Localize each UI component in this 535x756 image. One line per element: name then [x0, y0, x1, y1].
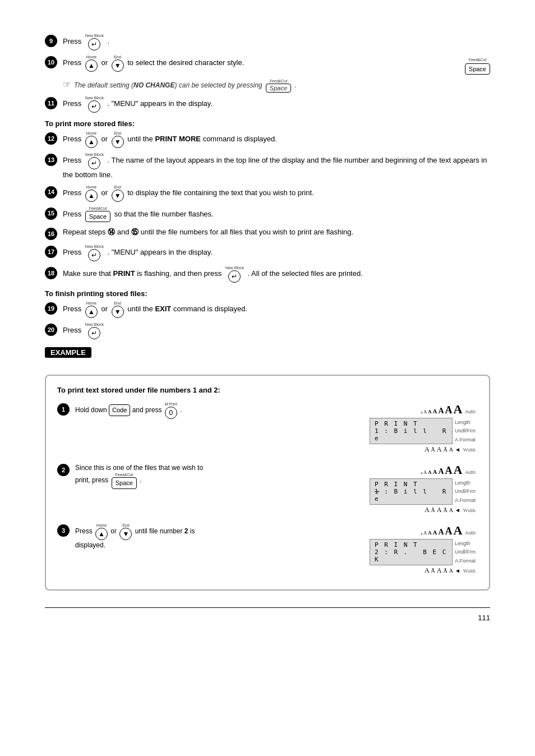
lcd-screen-1: P R I N T 1 : B i l l R e — [370, 418, 453, 444]
step-16: 16 Repeat steps ⑭ and ⑮ until the file n… — [45, 227, 490, 240]
section-finish-header: To finish printing stored files: — [45, 289, 490, 298]
step-10-note: ☞ The default setting (NO CHANGE) can be… — [63, 79, 490, 93]
step-num-16: 16 — [45, 228, 57, 240]
enter-key-18[interactable]: New Block ↵ — [225, 266, 244, 283]
down-arrow-3[interactable]: ▼ — [119, 528, 132, 540]
space-rect-15[interactable]: Space — [85, 211, 110, 223]
enter-circle-13[interactable]: ↵ — [88, 157, 100, 169]
step-9-content: Press New Block ↵ . — [63, 34, 490, 50]
step-17-content: Press New Block ↵ . "MENU" appears in th… — [63, 245, 490, 261]
key-top-home-10: Home — [86, 55, 97, 59]
example-display-2: a A A A A A A Auto P R I N T 1 : B i l l… — [209, 463, 478, 514]
example-step-3-text: 3 Press Home ▲ or End ▼ until file numbe… — [57, 523, 209, 550]
lcd-area-2: P R I N T 1 : B i l l R e Length Undl/Fr… — [370, 478, 476, 505]
page-number: 111 — [45, 607, 490, 622]
key-down-14[interactable]: End ▼ — [112, 185, 124, 202]
lcd-line1-1: P R I N T — [375, 420, 448, 427]
step-12: 12 Press Home ▲ or End ▼ until the PRINT… — [45, 131, 490, 148]
font-size-bar-1: a A A A A A A Auto — [421, 402, 476, 417]
key-up-14[interactable]: Home ▲ — [85, 185, 98, 202]
enter-key-9[interactable]: ↵ — [88, 38, 100, 50]
bottom-indicators-1: A Ā A Ā A ◄ Width — [425, 445, 476, 454]
space-key-15[interactable]: Feed&Cut Space — [85, 206, 110, 223]
step-num-18: 18 — [45, 267, 57, 279]
enter-key-17[interactable]: New Block ↵ — [85, 245, 104, 261]
lcd-area-1: P R I N T 1 : B i l l R e Length Undl/Fr… — [370, 418, 476, 444]
enter-circle-17[interactable]: ↵ — [88, 249, 100, 261]
step-20-content: Press New Block ↵ — [63, 322, 490, 339]
example-display-1: a A A A A A A Auto P R I N T 1 : B i l l… — [209, 402, 478, 454]
example-step-2-text: 2 Since this is one of the files that we… — [57, 463, 209, 489]
step-num-11: 11 — [45, 97, 57, 109]
down-arrow-10[interactable]: ▼ — [112, 59, 124, 72]
note-icon: ☞ — [63, 79, 71, 90]
key-top-home-14: Home — [86, 185, 97, 189]
step-19: 19 Press Home ▲ or End ▼ until the EXIT … — [45, 301, 490, 318]
mprint-key-1[interactable]: M:Print 0 — [165, 402, 177, 419]
zero-key[interactable]: 0 — [165, 407, 177, 419]
up-arrow-14[interactable]: ▲ — [85, 190, 98, 202]
key-top-new-block-17: New Block — [85, 245, 104, 248]
font-size-bar-3: a A A A A A A Auto — [421, 523, 476, 538]
lcd-line2-2: 1 : B i l l R e — [375, 488, 448, 503]
step-num-12: 12 — [45, 132, 57, 145]
example-step-num-3: 3 — [57, 524, 70, 537]
key-up-3[interactable]: Home ▲ — [95, 523, 108, 540]
key-down-10[interactable]: End ▼ — [112, 55, 124, 72]
up-arrow-12[interactable]: ▲ — [85, 136, 98, 148]
lcd-line2-3: 2 : R . B E C K — [375, 548, 448, 563]
down-arrow-12[interactable]: ▼ — [112, 136, 124, 148]
key-top-home-12: Home — [86, 131, 97, 135]
lcd-screen-2: P R I N T 1 : B i l l R e — [370, 478, 453, 505]
enter-circle-20[interactable]: ↵ — [88, 327, 100, 339]
space-rect-2[interactable]: Space — [112, 477, 137, 489]
space-key-2[interactable]: Feed&Cut Space — [112, 473, 137, 489]
enter-circle-18[interactable]: ↵ — [228, 270, 241, 283]
key-top-feedcut-15: Feed&Cut — [89, 206, 107, 210]
enter-key-20[interactable]: New Block ↵ — [85, 322, 104, 339]
step-num-9: 9 — [45, 35, 57, 47]
lcd-screen-3: P R I N T 2 : R . B E C K — [370, 539, 453, 565]
key-up-12[interactable]: Home ▲ — [85, 131, 98, 148]
code-key-1[interactable]: Code — [109, 404, 130, 416]
down-arrow-19[interactable]: ▼ — [112, 306, 124, 318]
enter-circle-11[interactable]: ↵ — [88, 100, 100, 113]
side-labels-3: Length Undl/Frm A.Format — [455, 539, 476, 565]
key-top-end-19: End — [114, 301, 121, 305]
key-top-end-10: End — [114, 55, 121, 59]
step-14: 14 Press Home ▲ or End ▼ to display the … — [45, 185, 490, 202]
bottom-indicators-2: A Ā A Ā A ◄ Width — [425, 506, 476, 514]
step-16-content: Repeat steps ⑭ and ⑮ until the file numb… — [63, 227, 490, 238]
feedcut-label-top: Feed&Cut — [469, 57, 487, 63]
key-down-3[interactable]: End ▼ — [119, 523, 132, 540]
up-arrow-3[interactable]: ▲ — [95, 528, 108, 540]
enter-key-13[interactable]: New Block ↵ — [85, 153, 104, 169]
step-13: 13 Press New Block ↵ . The name of the l… — [45, 153, 490, 181]
down-arrow-14[interactable]: ▼ — [112, 190, 124, 202]
key-up-19[interactable]: Home ▲ — [85, 301, 98, 318]
up-arrow-19[interactable]: ▲ — [85, 306, 98, 318]
step-10: 10 Press Home ▲ or End ▼ to select the d… — [45, 55, 490, 75]
key-top-new-block-18: New Block — [225, 266, 244, 270]
space-key-inline[interactable]: Feed&Cut Space — [266, 79, 291, 93]
example-step-3-content: Press Home ▲ or End ▼ until file number … — [75, 523, 209, 550]
section-print-more-header: To print more stored files: — [45, 119, 490, 128]
space-key-note[interactable]: Space — [465, 63, 490, 75]
step-18-content: Make sure that PRINT is flashing, and th… — [63, 266, 490, 283]
space-key-circle-inline[interactable]: Space — [266, 84, 291, 93]
step-num-17: 17 — [45, 246, 57, 258]
enter-key-11[interactable]: New Block ↵ — [85, 96, 104, 113]
mprint-top: M:Print — [165, 402, 177, 406]
feedcut-key-top-inline: Feed&Cut — [270, 79, 288, 83]
step-19-content: Press Home ▲ or End ▼ until the EXIT com… — [63, 301, 490, 318]
font-size-bar-2: a A A A A A A Auto — [421, 463, 476, 477]
example-step-num-1: 1 — [57, 403, 70, 416]
step-num-19: 19 — [45, 302, 57, 315]
feedcut-top-2: Feed&Cut — [116, 473, 133, 477]
key-down-12[interactable]: End ▼ — [112, 131, 124, 148]
step-num-20: 20 — [45, 324, 57, 336]
step-13-content: Press New Block ↵ . The name of the layo… — [63, 153, 490, 181]
up-arrow-10[interactable]: ▲ — [85, 59, 98, 72]
key-up-10[interactable]: Home ▲ — [85, 55, 98, 72]
key-down-19[interactable]: End ▼ — [112, 301, 124, 318]
